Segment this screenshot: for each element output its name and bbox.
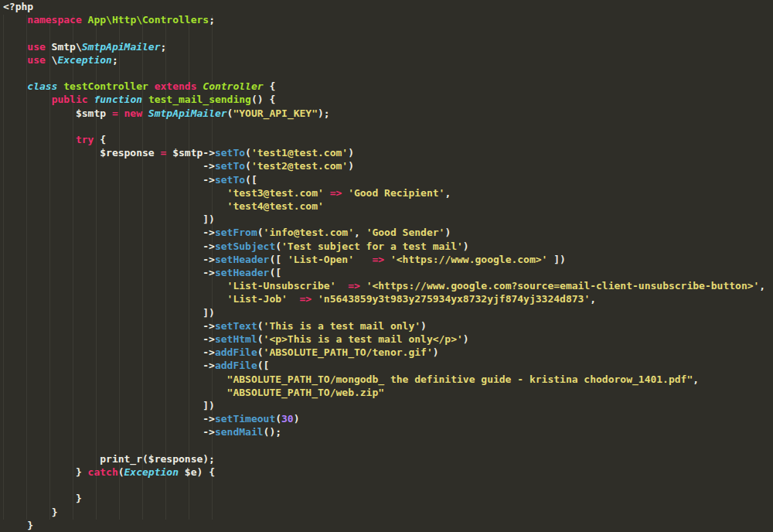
syntax-token: 'Test subject for a test mail' — [281, 240, 463, 252]
code-line[interactable]: ->setHeader([ 'List-Open' => '<https://w… — [3, 253, 773, 266]
code-line[interactable]: ->setTo('test2@test.com') — [3, 159, 773, 172]
code-line[interactable]: use \Exception; — [3, 53, 773, 66]
syntax-token: ) — [463, 240, 469, 252]
code-line[interactable]: } — [3, 492, 773, 505]
code-line[interactable]: ->addFile([ — [3, 359, 773, 372]
code-line[interactable] — [3, 439, 773, 452]
syntax-token: ([ — [269, 254, 287, 265]
code-line[interactable]: ]) — [3, 306, 773, 319]
code-line[interactable]: ->setTimeout(30) — [3, 412, 773, 425]
syntax-token: "YOUR_API_KEY" — [233, 107, 318, 119]
syntax-token — [142, 107, 148, 119]
syntax-token: -> — [203, 413, 215, 425]
syntax-token — [148, 80, 155, 92]
syntax-token: ) — [348, 160, 354, 172]
code-line[interactable]: $response = $smtp->setTo('test1@test.com… — [3, 146, 773, 159]
code-line[interactable] — [3, 120, 773, 133]
syntax-token: => — [300, 293, 312, 305]
code-line[interactable] — [3, 26, 773, 39]
syntax-token: '<p>This is a test mail only</p>' — [264, 333, 463, 345]
code-line[interactable]: ->setTo([ — [3, 173, 773, 186]
syntax-token: , — [590, 293, 596, 305]
syntax-token: ( — [118, 466, 124, 478]
syntax-token: ( — [257, 227, 264, 238]
syntax-token: } — [27, 520, 33, 531]
code-line[interactable]: <?php — [3, 0, 773, 13]
code-line[interactable]: ->setFrom('info@test.com', 'Good Sender'… — [3, 226, 773, 239]
code-line[interactable]: print_r($response); — [3, 452, 773, 466]
syntax-token: -> — [203, 320, 215, 332]
syntax-token: print_r($response); — [100, 453, 215, 465]
syntax-token: setTo — [215, 174, 245, 186]
code-line[interactable]: namespace App\Http\Controllers; — [3, 13, 773, 26]
code-editor[interactable]: <?php namespace App\Http\Controllers; us… — [3, 0, 773, 532]
code-line[interactable]: $smtp = new SmtpApiMailer("YOUR_API_KEY"… — [3, 107, 773, 120]
code-line[interactable]: class testController extends Controller … — [3, 80, 773, 93]
code-line[interactable]: ->setSubject('Test subject for a test ma… — [3, 240, 773, 253]
syntax-token: Exception — [124, 466, 179, 478]
syntax-token: use — [27, 54, 45, 66]
code-line[interactable] — [3, 66, 773, 80]
syntax-token: setSubject — [215, 240, 275, 252]
code-line[interactable]: use Smtp\SmtpApiMailer; — [3, 40, 773, 53]
syntax-token — [342, 187, 348, 199]
syntax-token: sendMail — [215, 426, 264, 438]
code-line[interactable]: "ABSOLUTE_PATH_TO/mongodb_ the definitiv… — [3, 373, 773, 386]
syntax-token: -> — [203, 333, 215, 345]
syntax-token: 'List-Unsubscribe' — [227, 280, 336, 292]
code-line[interactable]: ->setHeader([ — [3, 266, 773, 279]
syntax-token: \ — [46, 54, 58, 66]
syntax-token: 'test4@test.com' — [227, 200, 324, 212]
syntax-token: setHtml — [215, 333, 257, 345]
code-line[interactable]: 'test3@test.com' => 'Good Recipient', — [3, 186, 773, 200]
syntax-token: => — [330, 187, 342, 199]
syntax-token: $smtp-> — [166, 147, 215, 159]
syntax-token: setTo — [215, 147, 245, 159]
syntax-token: , — [759, 280, 765, 292]
syntax-token: "ABSOLUTE_PATH_TO/web.zip" — [227, 387, 385, 398]
syntax-token: SmtpApiMailer — [82, 41, 161, 53]
syntax-token: 'info@test.com' — [264, 227, 354, 238]
syntax-token: setHeader — [215, 254, 269, 265]
syntax-token: 'List-Open' — [288, 254, 354, 265]
syntax-token: , — [693, 373, 699, 385]
syntax-token: setTimeout — [215, 413, 275, 425]
code-line[interactable]: "ABSOLUTE_PATH_TO/web.zip" — [3, 386, 773, 399]
code-line[interactable]: try { — [3, 133, 773, 146]
syntax-token: try — [76, 134, 94, 145]
syntax-token: '<https://www.google.com>' — [390, 254, 548, 265]
syntax-token: function — [94, 94, 142, 105]
code-line[interactable]: 'test4@test.com' — [3, 200, 773, 213]
syntax-token: -> — [203, 426, 215, 438]
syntax-token: ]) — [547, 254, 565, 265]
code-line[interactable]: ->sendMail(); — [3, 425, 773, 438]
code-line[interactable]: 'List-Unsubscribe' => '<https://www.goog… — [3, 279, 773, 292]
syntax-token: testController — [63, 80, 148, 92]
code-line[interactable]: ->setText('This is a test mail only') — [3, 319, 773, 332]
syntax-token: ( — [245, 147, 251, 159]
syntax-token: } — [76, 466, 88, 478]
syntax-token: public — [52, 94, 88, 105]
code-line[interactable]: ]) — [3, 399, 773, 412]
syntax-token: , — [444, 187, 451, 199]
syntax-token: ) — [294, 413, 300, 425]
code-line[interactable]: } — [3, 519, 773, 532]
code-line[interactable]: ->setHtml('<p>This is a test mail only</… — [3, 332, 773, 346]
syntax-token: ) — [463, 333, 469, 345]
syntax-token: test_mail_sending — [148, 94, 251, 105]
syntax-token: App\Http\Controllers — [88, 14, 209, 26]
syntax-token: ( — [275, 240, 281, 252]
code-line[interactable]: } — [3, 506, 773, 519]
syntax-token: ]) — [203, 400, 215, 411]
code-line[interactable]: public function test_mail_sending() { — [3, 93, 773, 106]
syntax-token: use — [27, 41, 45, 53]
syntax-token: ; — [161, 41, 167, 53]
code-line[interactable]: } catch(Exception $e) { — [3, 466, 773, 479]
syntax-token: 'Good Sender' — [366, 227, 445, 238]
code-line[interactable]: ->addFile('ABSOLUTE_PATH_TO/tenor.gif') — [3, 346, 773, 359]
code-line[interactable] — [3, 479, 773, 492]
code-line[interactable]: 'List-Job' => 'n5643859y3t983y275934yx87… — [3, 292, 773, 305]
syntax-token: setFrom — [215, 227, 257, 238]
syntax-token — [324, 187, 330, 199]
code-line[interactable]: ]) — [3, 213, 773, 226]
